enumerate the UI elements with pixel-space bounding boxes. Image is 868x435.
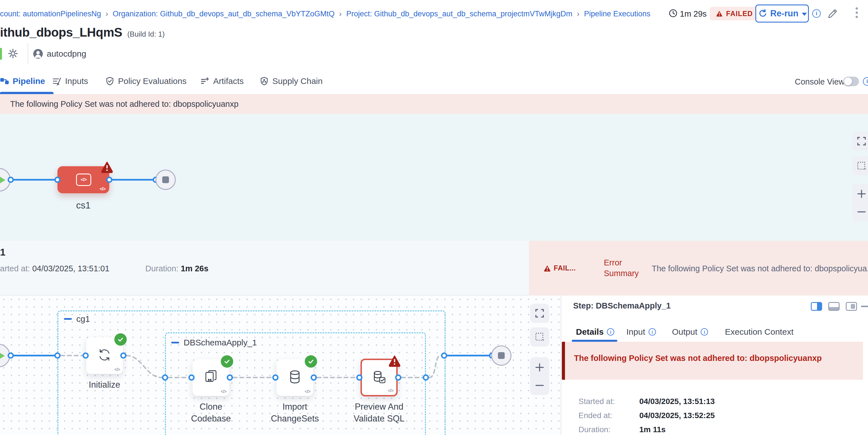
tab-inputs[interactable]: Inputs (52, 74, 88, 88)
zoom-in-button[interactable] (852, 185, 868, 202)
selection-tool-button[interactable] (530, 328, 549, 346)
tab-policy-evaluations-label: Policy Evaluations (118, 76, 186, 86)
step-label-preview-validate-sql: Preview And Validate SQL (349, 401, 409, 425)
pipeline-end-node (155, 169, 176, 190)
connector-dot (356, 374, 363, 381)
connector-dot (311, 374, 317, 381)
detail-value-ended: 04/03/2025, 13:52:25 (639, 411, 715, 420)
pipeline-title: ithub_dbops_LHqmS (0, 25, 122, 39)
execution-graph-canvas[interactable]: cg1 DBSchemaApply_1 (0, 296, 561, 435)
tab-artifacts-label: Artifacts (213, 76, 244, 86)
layout-right-view-icon[interactable] (846, 302, 857, 311)
layout-split-view-icon[interactable] (811, 302, 822, 311)
rerun-icon (757, 9, 767, 18)
collapse-icon[interactable] (171, 342, 179, 343)
breadcrumb-organization[interactable]: Organization: Github_db_devops_aut_db_sc… (113, 9, 335, 18)
step-details-panel: Step: DBSchemaApply_1 Details i Input i … (561, 296, 868, 435)
gear-icon[interactable] (7, 48, 19, 59)
tabs-row: Pipeline Inputs Policy Evaluations (0, 70, 868, 94)
inputs-icon (52, 76, 61, 86)
page-title-row: ithub_dbops_LHqmS (Build Id: 1) (0, 25, 165, 39)
panel-tab-input[interactable]: Input i (626, 327, 656, 337)
database-check-icon (371, 369, 387, 385)
group-label-cg1: cg1 (64, 314, 90, 324)
info-icon[interactable]: i (607, 328, 614, 336)
failed-badge-icon (389, 355, 401, 367)
failed-badge-icon (101, 161, 113, 173)
step-label-import-changesets: Import ChangeSets (265, 401, 324, 425)
fullscreen-button[interactable] (852, 132, 868, 150)
console-view-info-icon[interactable]: i (863, 77, 868, 86)
connector-dot (8, 177, 14, 183)
panel-tab-output[interactable]: Output i (672, 327, 708, 337)
selection-tool-button[interactable] (852, 157, 868, 175)
stage-graph-canvas[interactable]: </> </> cs1 (0, 114, 868, 241)
breadcrumb-project[interactable]: Project: Github_db_devops_aut_db_schema_… (346, 9, 572, 18)
stop-icon (162, 176, 169, 183)
fullscreen-button[interactable] (530, 304, 549, 323)
connector-dot (423, 374, 429, 381)
tab-supply-chain[interactable]: Supply Chain (260, 74, 322, 88)
breadcrumb-separator: › (105, 9, 108, 18)
code-glyph: </> (388, 388, 394, 393)
rerun-button[interactable]: Re-run (755, 4, 809, 23)
tab-artifacts[interactable]: Artifacts (200, 74, 244, 88)
code-glyph: </> (100, 187, 105, 192)
shield-network-icon (260, 76, 269, 86)
collapse-icon[interactable] (64, 318, 72, 320)
zoom-out-button[interactable] (530, 377, 549, 394)
connector-dot (395, 374, 401, 381)
user-icon (33, 49, 43, 59)
panel-tab-input-label: Input (626, 327, 645, 337)
more-options-icon[interactable] (856, 7, 858, 18)
info-icon[interactable]: i (649, 328, 656, 336)
status-badge-label: FAILED (726, 9, 753, 18)
panel-tab-output-label: Output (672, 327, 697, 337)
step-error-message: The following Policy Set was not adhered… (574, 353, 822, 363)
info-icon[interactable]: i (812, 9, 821, 18)
step-node-import-changesets[interactable]: </> (277, 359, 313, 396)
status-strip (0, 48, 2, 60)
step-node-clone-codebase[interactable]: </> (193, 359, 229, 396)
minimize-panel-icon[interactable] (861, 306, 868, 307)
connector-dot (162, 374, 168, 381)
success-badge-icon (221, 355, 233, 368)
tab-inputs-label: Inputs (65, 76, 88, 86)
connector-dot (83, 352, 89, 359)
panel-tab-execution-context[interactable]: Execution Context (725, 327, 794, 337)
breadcrumb-pipeline-executions[interactable]: Pipeline Executions (584, 9, 651, 18)
console-view-toggle[interactable] (843, 76, 859, 86)
connector-dot (188, 374, 195, 381)
zoom-controls (530, 357, 549, 395)
step-node-initialize[interactable]: </> (86, 337, 123, 374)
breadcrumb-account[interactable]: count: automationPipelinesNg (0, 9, 101, 18)
fail-status: FAIL... (544, 264, 576, 272)
console-view-label: Console View (795, 77, 845, 87)
layout-bottom-view-icon[interactable] (828, 302, 840, 311)
tab-pipeline[interactable]: Pipeline (0, 74, 45, 88)
zoom-controls (852, 184, 868, 221)
step-node-preview-validate-sql[interactable]: </> (361, 359, 398, 396)
connector-dot (441, 352, 447, 359)
stage-node-cs1[interactable]: </> </> (58, 166, 109, 193)
panel-tab-execution-context-label: Execution Context (725, 327, 794, 337)
chevron-down-icon (802, 13, 807, 16)
tab-policy-evaluations[interactable]: Policy Evaluations (105, 74, 186, 88)
play-icon (0, 176, 5, 185)
fail-status-label: FAIL... (554, 264, 576, 272)
meta-row: autocdpng (0, 43, 868, 64)
pipeline-icon (0, 76, 9, 86)
connector-dot (227, 374, 233, 381)
panel-tab-details[interactable]: Details i (576, 327, 614, 337)
zoom-in-button[interactable] (530, 359, 549, 376)
stage-node-label: cs1 (58, 199, 109, 211)
zoom-out-button[interactable] (852, 204, 868, 220)
connector-dot (54, 177, 61, 183)
warning-icon (544, 265, 551, 272)
info-icon[interactable]: i (701, 328, 708, 336)
execution-end-node (491, 345, 512, 366)
triggered-by-user[interactable]: autocdpng (47, 49, 86, 59)
detail-value-duration: 1m 11s (639, 425, 665, 434)
warning-icon (716, 10, 723, 17)
edit-pencil-icon[interactable] (826, 8, 838, 20)
